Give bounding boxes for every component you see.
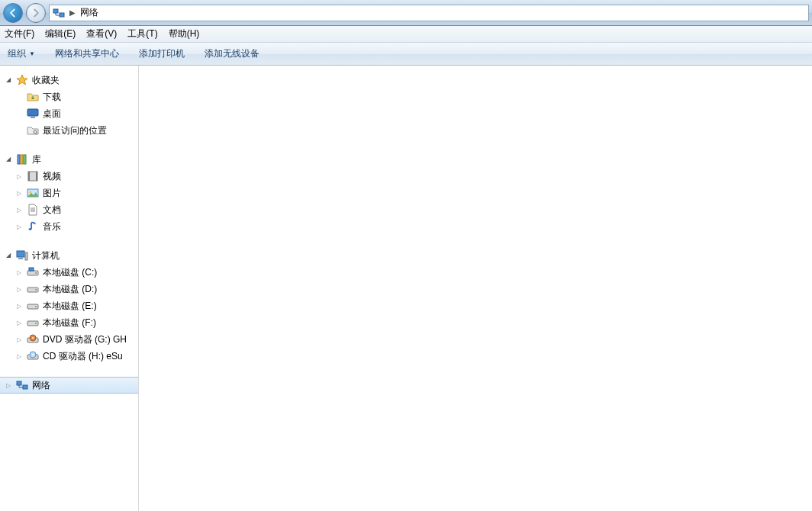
tree-label: 本地磁盘 (D:): [43, 283, 97, 296]
tree-node-drive-e[interactable]: 本地磁盘 (E:): [0, 297, 138, 314]
expander-icon[interactable]: [15, 319, 23, 326]
pictures-icon: [27, 187, 39, 199]
svg-point-28: [32, 337, 34, 339]
tree-node-drive-f[interactable]: 本地磁盘 (F:): [0, 314, 138, 331]
tree-label: 本地磁盘 (F:): [43, 317, 96, 329]
tree-label: 本地磁盘 (C:): [43, 266, 97, 279]
expander-icon[interactable]: [15, 336, 23, 343]
svg-point-21: [35, 289, 37, 291]
tree-node-documents[interactable]: 文档: [0, 201, 138, 218]
tree-node-drive-d[interactable]: 本地磁盘 (D:): [0, 281, 138, 297]
menu-help[interactable]: 帮助(H): [169, 27, 200, 40]
tree-node-dvd[interactable]: DVD 驱动器 (G:) GH: [0, 331, 138, 348]
expander-icon[interactable]: [5, 76, 12, 84]
tree-node-downloads[interactable]: 下载: [0, 88, 138, 105]
expander-icon[interactable]: [15, 302, 23, 310]
tree-label: CD 驱动器 (H:) eSu: [43, 350, 123, 363]
svg-rect-33: [23, 385, 27, 389]
expander-icon[interactable]: [15, 268, 23, 276]
tree-label: 桌面: [43, 108, 61, 121]
tree-label: 计算机: [32, 249, 60, 262]
svg-point-25: [35, 323, 37, 324]
expander-icon[interactable]: [15, 189, 23, 197]
toolbar-add-printer[interactable]: 添加打印机: [139, 47, 185, 60]
tree-node-libraries[interactable]: 库: [0, 151, 138, 168]
svg-rect-9: [28, 172, 30, 181]
tree-node-favorites[interactable]: 收藏夹: [0, 72, 138, 88]
tree-group-network: 网络: [0, 377, 138, 394]
expander-icon[interactable]: [5, 252, 12, 259]
desktop-icon: [27, 108, 39, 120]
toolbar-add-wireless[interactable]: 添加无线设备: [205, 47, 259, 60]
toolbar-organize-label: 组织: [8, 47, 26, 60]
tree-label: 库: [32, 153, 41, 166]
svg-rect-3: [31, 117, 35, 118]
tree-label: 最近访问的位置: [43, 124, 107, 137]
expander-icon[interactable]: [15, 172, 23, 180]
toolbar-network-center[interactable]: 网络和共享中心: [55, 47, 119, 60]
menu-view[interactable]: 查看(V): [86, 27, 117, 40]
expander-icon[interactable]: [5, 381, 12, 389]
tree-node-cd[interactable]: CD 驱动器 (H:) eSu: [0, 348, 138, 365]
tree-group-favorites: 收藏夹 下载 桌面 最近访问的位置: [0, 72, 138, 139]
svg-rect-7: [24, 155, 26, 164]
expander-icon[interactable]: [15, 206, 23, 214]
drive-icon: [27, 283, 39, 295]
toolbar-add-wireless-label: 添加无线设备: [205, 47, 259, 60]
tree-node-recent[interactable]: 最近访问的位置: [0, 122, 138, 139]
tree-node-computer[interactable]: 计算机: [0, 247, 138, 264]
menu-file[interactable]: 文件(F): [5, 27, 34, 40]
expander-icon[interactable]: [15, 352, 23, 360]
tree-node-pictures[interactable]: 图片: [0, 185, 138, 201]
tree-group-libraries: 库 视频 图片 文档: [0, 151, 138, 235]
svg-rect-32: [17, 381, 21, 385]
libraries-icon: [16, 153, 28, 166]
main-area: 收藏夹 下载 桌面 最近访问的位置: [0, 66, 812, 511]
svg-point-31: [32, 354, 34, 355]
tree-node-desktop[interactable]: 桌面: [0, 105, 138, 122]
menu-bar: 文件(F) 编辑(E) 查看(V) 工具(T) 帮助(H): [0, 26, 812, 43]
downloads-icon: [27, 91, 39, 103]
music-icon: [27, 220, 39, 233]
tree-label: 视频: [43, 170, 61, 183]
tree-label: 网络: [32, 379, 50, 392]
tree-label: DVD 驱动器 (G:) GH: [43, 333, 127, 346]
tree-label: 文档: [43, 204, 61, 217]
expander-icon[interactable]: [15, 285, 23, 293]
back-button[interactable]: [3, 3, 23, 23]
tree-label: 图片: [43, 187, 61, 200]
recent-places-icon: [27, 124, 39, 137]
content-pane[interactable]: [139, 66, 812, 511]
expander-icon[interactable]: [5, 156, 12, 163]
dropdown-icon: ▼: [29, 50, 35, 57]
drive-icon: [27, 317, 39, 329]
breadcrumb-location[interactable]: 网络: [80, 6, 98, 19]
computer-icon: [16, 249, 28, 262]
dvd-drive-icon: [27, 333, 39, 345]
svg-point-13: [29, 228, 32, 230]
breadcrumb-separator-icon: ▶: [69, 8, 76, 17]
favorites-icon: [16, 74, 28, 86]
svg-rect-18: [29, 268, 34, 271]
toolbar-add-printer-label: 添加打印机: [139, 47, 185, 60]
toolbar-organize[interactable]: 组织 ▼: [8, 47, 35, 60]
menu-tools[interactable]: 工具(T): [127, 27, 157, 40]
svg-rect-16: [18, 258, 23, 259]
forward-button[interactable]: [26, 3, 46, 23]
tree-node-music[interactable]: 音乐: [0, 218, 138, 235]
address-bar[interactable]: ▶ 网络: [49, 5, 809, 21]
svg-point-23: [35, 306, 37, 307]
svg-rect-6: [21, 155, 23, 164]
expander-icon[interactable]: [15, 223, 23, 230]
tree-node-drive-c[interactable]: 本地磁盘 (C:): [0, 264, 138, 281]
svg-rect-5: [18, 155, 20, 164]
nav-bar: ▶ 网络: [0, 0, 812, 26]
navigation-pane: 收藏夹 下载 桌面 最近访问的位置: [0, 66, 139, 511]
network-icon: [53, 7, 65, 19]
tree-node-videos[interactable]: 视频: [0, 168, 138, 185]
tree-node-network[interactable]: 网络: [0, 377, 138, 394]
tree-label: 本地磁盘 (E:): [43, 300, 97, 313]
system-drive-icon: [27, 266, 39, 278]
menu-edit[interactable]: 编辑(E): [45, 27, 76, 40]
toolbar: 组织 ▼ 网络和共享中心 添加打印机 添加无线设备: [0, 43, 812, 66]
